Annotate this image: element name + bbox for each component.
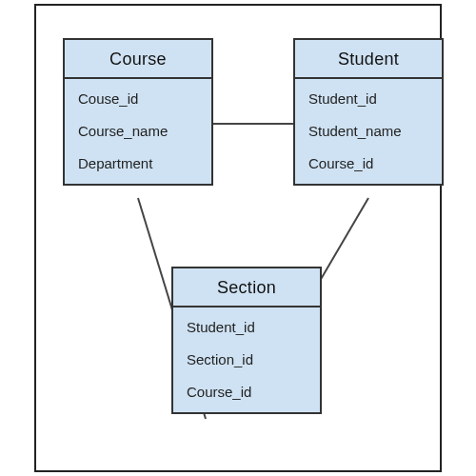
entity-course-attr: Course_name (78, 119, 198, 140)
diagram-canvas: Course Couse_id Course_name Department S… (0, 0, 476, 476)
entity-course-title: Course (65, 40, 211, 79)
entity-student-attr: Student_id (308, 87, 428, 108)
entity-course-attr: Couse_id (78, 87, 198, 108)
entity-student-title: Student (295, 40, 442, 79)
entity-course-attrs: Couse_id Course_name Department (65, 79, 211, 184)
entity-student: Student Student_id Student_name Course_i… (293, 38, 444, 186)
entity-student-attr: Course_id (308, 151, 428, 172)
entity-section-attr: Section_id (187, 347, 307, 368)
entity-course: Course Couse_id Course_name Department (63, 38, 213, 186)
entity-student-attrs: Student_id Student_name Course_id (295, 79, 442, 184)
entity-student-attr: Student_name (308, 119, 428, 140)
entity-section-title: Section (173, 268, 320, 307)
entity-section-attr: Student_id (187, 315, 307, 336)
entity-course-attr: Department (78, 151, 198, 172)
entity-section: Section Student_id Section_id Course_id (171, 267, 322, 414)
entity-section-attr: Course_id (187, 380, 307, 401)
entity-section-attrs: Student_id Section_id Course_id (173, 307, 320, 412)
